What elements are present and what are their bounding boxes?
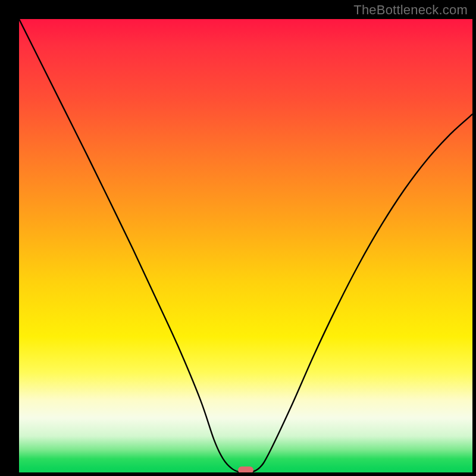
curve-path <box>19 19 472 472</box>
minimum-marker <box>238 466 253 472</box>
plot-area <box>19 19 472 472</box>
watermark-text: TheBottleneck.com <box>353 2 468 18</box>
bottleneck-curve <box>19 19 472 472</box>
chart-frame: TheBottleneck.com <box>0 0 476 476</box>
